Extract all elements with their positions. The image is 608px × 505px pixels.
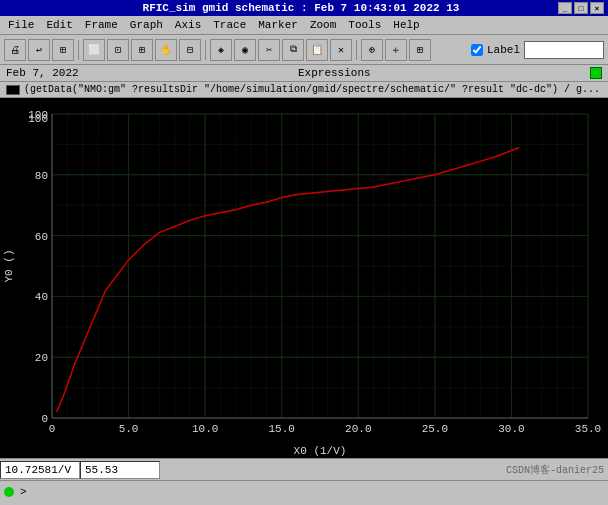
menu-bar: File Edit Frame Graph Axis Trace Marker … [0, 16, 608, 35]
label-checkbox[interactable] [471, 44, 483, 56]
info-bar: Feb 7, 2022 Expressions [0, 65, 608, 82]
cursor-button[interactable]: ⊕ [361, 39, 383, 61]
delete-button[interactable]: ✕ [330, 39, 352, 61]
close-button[interactable]: × [590, 2, 604, 14]
crosshair-button[interactable]: ✛ [385, 39, 407, 61]
menu-zoom[interactable]: Zoom [304, 17, 342, 33]
label-input[interactable] [524, 41, 604, 59]
zoom-out-button[interactable]: ⊟ [179, 39, 201, 61]
plot-canvas[interactable] [0, 98, 608, 458]
print-button[interactable]: 🖨 [4, 39, 26, 61]
separator-3 [356, 40, 357, 60]
paste-button[interactable]: 📋 [306, 39, 328, 61]
grid-button[interactable]: ⊞ [52, 39, 74, 61]
toolbar: 🖨 ↩ ⊞ ⬜ ⊡ ⊞ ✋ ⊟ ◈ ◉ ✂ ⧉ 📋 ✕ ⊕ ✛ ⊞ Label [0, 35, 608, 65]
zoom-in-button[interactable]: ⊞ [131, 39, 153, 61]
cut-button[interactable]: ✂ [258, 39, 280, 61]
select-button[interactable]: ⬜ [83, 39, 105, 61]
minimize-button[interactable]: _ [558, 2, 572, 14]
status-field-1: 10.72581/V [0, 461, 80, 479]
undo-button[interactable]: ↩ [28, 39, 50, 61]
console-indicator [4, 487, 14, 497]
date-text: Feb 7, 2022 [6, 67, 79, 79]
legend-bar: (getData("NMO:gm" ?resultsDir "/home/sim… [0, 82, 608, 98]
console-bar: > [0, 480, 608, 502]
console-prompt: > [20, 486, 27, 498]
window-title: RFIC_sim gmid schematic : Feb 7 10:43:01… [44, 2, 558, 14]
plot-container[interactable] [0, 98, 608, 458]
separator-1 [78, 40, 79, 60]
menu-file[interactable]: File [2, 17, 40, 33]
status-bar: 10.72581/V 55.53 CSDN博客-danier25 [0, 458, 608, 480]
separator-2 [205, 40, 206, 60]
legend-text: (getData("NMO:gm" ?resultsDir "/home/sim… [24, 84, 600, 95]
marker-button[interactable]: ◈ [210, 39, 232, 61]
menu-frame[interactable]: Frame [79, 17, 124, 33]
legend-color [6, 85, 20, 95]
menu-help[interactable]: Help [387, 17, 425, 33]
menu-axis[interactable]: Axis [169, 17, 207, 33]
pan-button[interactable]: ✋ [155, 39, 177, 61]
fit-button[interactable]: ⊞ [409, 39, 431, 61]
maximize-button[interactable]: □ [574, 2, 588, 14]
menu-edit[interactable]: Edit [40, 17, 78, 33]
label-checkbox-label: Label [487, 44, 520, 56]
status-indicator [590, 67, 602, 79]
menu-marker[interactable]: Marker [252, 17, 304, 33]
watermark: CSDN博客-danier25 [506, 463, 608, 477]
zoom-region-button[interactable]: ⊡ [107, 39, 129, 61]
menu-tools[interactable]: Tools [342, 17, 387, 33]
marker2-button[interactable]: ◉ [234, 39, 256, 61]
menu-graph[interactable]: Graph [124, 17, 169, 33]
menu-trace[interactable]: Trace [207, 17, 252, 33]
copy-button[interactable]: ⧉ [282, 39, 304, 61]
window-controls[interactable]: _ □ × [558, 2, 604, 14]
title-bar: RFIC_sim gmid schematic : Feb 7 10:43:01… [0, 0, 608, 16]
label-area: Label [471, 41, 604, 59]
expressions-label: Expressions [298, 67, 371, 79]
status-field-2: 55.53 [80, 461, 160, 479]
